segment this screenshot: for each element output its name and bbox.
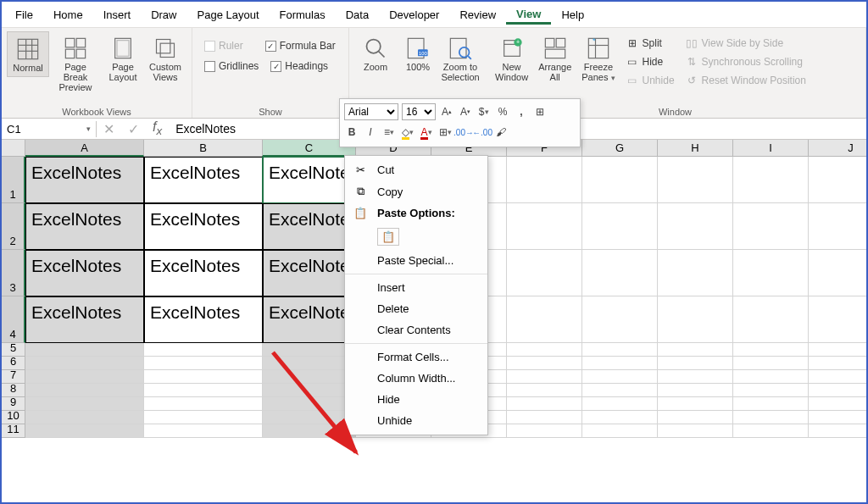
cell[interactable] <box>263 343 356 357</box>
table-icon[interactable]: ⊞ <box>532 104 548 119</box>
cell[interactable]: ExcelNotes <box>144 157 263 203</box>
cell[interactable] <box>507 424 582 438</box>
cell[interactable]: ExcelNotes <box>144 296 263 343</box>
cell[interactable] <box>658 397 733 411</box>
ctx-delete[interactable]: Delete <box>345 298 487 319</box>
cell[interactable] <box>733 250 809 296</box>
format-painter-icon[interactable]: 🖌 <box>493 125 509 140</box>
ctx-insert[interactable]: Insert <box>345 277 487 298</box>
headings-checkbox[interactable]: ✓Headings <box>267 58 331 74</box>
arrange-all-button[interactable]: Arrange All <box>533 31 576 86</box>
cell[interactable] <box>144 384 263 397</box>
cell[interactable] <box>809 203 868 250</box>
cell[interactable] <box>658 343 733 357</box>
cell[interactable] <box>507 343 582 357</box>
cell[interactable] <box>733 357 809 370</box>
accounting-icon[interactable]: $▾ <box>476 104 492 119</box>
cell[interactable] <box>658 370 733 384</box>
cell[interactable] <box>582 424 658 438</box>
zoom-button[interactable]: Zoom <box>354 31 397 75</box>
enter-icon[interactable]: ✓ <box>121 121 146 137</box>
font-color-icon[interactable]: A▾ <box>419 125 434 140</box>
menu-file[interactable]: File <box>5 5 43 25</box>
ctx-unhide[interactable]: Unhide <box>345 410 487 431</box>
page-break-button[interactable]: Page Break Preview <box>49 31 102 96</box>
cell[interactable] <box>144 424 263 438</box>
cell[interactable] <box>733 296 809 343</box>
increase-font-icon[interactable]: A▴ <box>439 104 454 119</box>
cell[interactable] <box>582 397 658 411</box>
percent-icon[interactable]: % <box>495 104 510 119</box>
cell[interactable] <box>809 343 868 357</box>
size-dropdown[interactable]: 16 <box>402 103 436 120</box>
font-dropdown[interactable]: Arial <box>344 103 398 120</box>
normal-button[interactable]: Normal <box>7 31 49 77</box>
cell[interactable] <box>582 157 658 203</box>
cell[interactable] <box>263 357 356 370</box>
cell[interactable] <box>809 357 868 370</box>
cell[interactable] <box>507 203 582 250</box>
cell[interactable] <box>582 357 658 370</box>
cell[interactable] <box>733 397 809 411</box>
cell[interactable] <box>809 370 868 384</box>
cell[interactable] <box>507 357 582 370</box>
select-all-corner[interactable] <box>2 140 25 157</box>
new-window-button[interactable]: +New Window <box>490 31 533 86</box>
col-header-H[interactable]: H <box>658 140 733 157</box>
freeze-panes-button[interactable]: *Freeze Panes ▾ <box>576 31 620 86</box>
cell[interactable] <box>263 384 356 397</box>
cell[interactable] <box>733 203 809 250</box>
borders-icon[interactable]: ⊞▾ <box>437 125 453 140</box>
fx-button[interactable]: fx <box>146 119 169 137</box>
cell[interactable] <box>582 343 658 357</box>
menu-developer[interactable]: Developer <box>379 5 449 25</box>
cell[interactable]: ExcelNotes <box>263 296 356 343</box>
col-header-A[interactable]: A <box>25 140 144 157</box>
hide-button[interactable]: ▭Hide <box>622 53 678 70</box>
cell[interactable]: ExcelNotes <box>25 296 144 343</box>
cell[interactable] <box>809 424 868 438</box>
zoom-to-selection-button[interactable]: Zoom to Selection <box>439 31 481 86</box>
cell[interactable] <box>658 384 733 397</box>
cell[interactable]: ExcelNotes <box>263 203 356 250</box>
cell[interactable] <box>25 370 144 384</box>
cell[interactable] <box>25 343 144 357</box>
cell[interactable] <box>582 296 658 343</box>
row-header[interactable]: 3 <box>2 250 25 296</box>
col-header-J[interactable]: J <box>809 140 868 157</box>
row-header[interactable]: 1 <box>2 157 25 203</box>
menu-page-layout[interactable]: Page Layout <box>187 5 270 25</box>
cell[interactable] <box>263 411 356 424</box>
cell[interactable] <box>582 250 658 296</box>
cell[interactable] <box>25 424 144 438</box>
row-header[interactable]: 4 <box>2 296 25 343</box>
menu-help[interactable]: Help <box>551 5 594 25</box>
cell[interactable] <box>733 411 809 424</box>
menu-review[interactable]: Review <box>449 5 506 25</box>
menu-data[interactable]: Data <box>336 5 379 25</box>
ctx-column-width[interactable]: Column Width... <box>345 368 487 389</box>
cell[interactable] <box>658 424 733 438</box>
cell[interactable]: ExcelNotes <box>263 157 356 203</box>
cell[interactable] <box>733 370 809 384</box>
increase-decimal-icon[interactable]: .00→ <box>456 125 471 140</box>
menu-formulas[interactable]: Formulas <box>270 5 336 25</box>
row-header[interactable]: 2 <box>2 203 25 250</box>
cell[interactable] <box>144 397 263 411</box>
cell[interactable] <box>582 384 658 397</box>
cell[interactable] <box>25 411 144 424</box>
comma-icon[interactable]: , <box>514 104 529 119</box>
cell[interactable] <box>658 203 733 250</box>
cell[interactable] <box>809 296 868 343</box>
align-icon[interactable]: ≡▾ <box>381 125 397 140</box>
col-header-B[interactable]: B <box>144 140 263 157</box>
cell[interactable] <box>809 384 868 397</box>
cell[interactable] <box>507 397 582 411</box>
custom-views-button[interactable]: Custom Views <box>144 31 186 86</box>
cell[interactable] <box>658 357 733 370</box>
col-header-G[interactable]: G <box>582 140 658 157</box>
cell[interactable] <box>507 250 582 296</box>
cell[interactable] <box>25 357 144 370</box>
cell[interactable] <box>658 296 733 343</box>
cell[interactable] <box>263 397 356 411</box>
